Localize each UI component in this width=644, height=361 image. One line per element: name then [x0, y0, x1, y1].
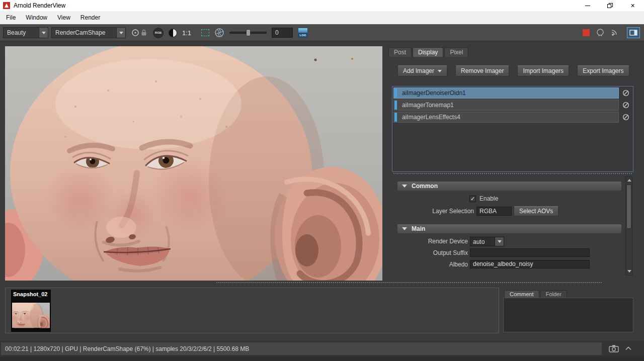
panel-toggle-button[interactable]	[627, 27, 640, 38]
imager-row[interactable]: aiImagerTonemap1	[393, 100, 632, 111]
output-suffix-field[interactable]	[470, 248, 590, 257]
imager-disable-toggle[interactable]	[620, 100, 632, 111]
list-splitter[interactable]	[393, 173, 632, 174]
restore-button[interactable]	[599, 0, 621, 11]
exposure-slider[interactable]	[229, 29, 267, 37]
imager-name: aiImagerDenoiserOidn1	[402, 89, 466, 97]
select-aovs-button[interactable]: Select AOVs	[514, 206, 558, 216]
render-device-label: Render Device	[397, 237, 468, 246]
imager-disable-toggle[interactable]	[620, 87, 632, 99]
panel-tab-bar: Post Display Pixel	[388, 47, 469, 57]
snapshot-label: Snapshot_02	[12, 290, 50, 297]
render-device-value: auto	[470, 237, 495, 246]
enable-checkbox[interactable]: ✓	[469, 196, 476, 202]
snapshot-camera-button[interactable]	[608, 344, 619, 353]
minimize-button[interactable]	[576, 0, 599, 11]
close-button[interactable]: ×	[621, 0, 644, 11]
snapshot-image	[12, 303, 50, 331]
scroll-up-icon[interactable]	[627, 179, 631, 182]
imager-row-main[interactable]: aiImagerDenoiserOidn1	[393, 87, 619, 99]
section-title: Main	[412, 225, 425, 232]
camera-select[interactable]: RenderCamShape	[51, 27, 126, 38]
imager-row-main[interactable]: aiImagerLensEffects4	[393, 112, 619, 123]
section-title: Common	[412, 183, 438, 190]
section-header-main[interactable]: Main	[397, 224, 621, 233]
menu-render[interactable]: Render	[75, 11, 105, 24]
add-imager-button[interactable]: Add Imager	[397, 65, 447, 76]
region-marquee-icon[interactable]	[201, 29, 209, 36]
export-imagers-button[interactable]: Export Imagers	[577, 65, 629, 76]
add-imager-label: Add Imager	[403, 67, 434, 74]
remove-imager-button[interactable]: Remove Imager	[455, 65, 509, 76]
tab-comment[interactable]: Comment	[504, 290, 539, 298]
tab-display[interactable]: Display	[413, 47, 443, 57]
accent-bar	[394, 113, 397, 122]
status-text: 00:02:21 | 1280x720 | GPU | RenderCamSha…	[1, 342, 602, 355]
aov-select-value: Beauty	[4, 28, 39, 38]
render-stop-button[interactable]	[583, 29, 590, 36]
disable-circle-icon	[622, 114, 629, 121]
zoom-ratio-button[interactable]: 1:1	[182, 29, 191, 37]
aov-select[interactable]: Beauty	[3, 27, 48, 38]
horizontal-splitter[interactable]	[216, 282, 602, 283]
aperture-icon[interactable]	[214, 28, 224, 38]
camera-select-value: RenderCamShape	[52, 28, 116, 38]
rendered-image	[5, 46, 382, 281]
imager-row-main[interactable]: aiImagerTonemap1	[393, 100, 619, 111]
close-icon: ×	[630, 2, 634, 9]
imager-name: aiImagerTonemap1	[402, 102, 454, 109]
restore-icon	[607, 3, 613, 8]
imager-list: aiImagerDenoiserOidn1 aiImagerTonemap1 a…	[392, 86, 633, 172]
layer-selection-field[interactable]: RGBA	[476, 207, 512, 216]
checkmark-icon: ✓	[470, 196, 475, 202]
render-device-select[interactable]: auto	[470, 237, 504, 246]
imager-actions: Add Imager Remove Imager Import Imagers …	[397, 65, 629, 76]
status-bar: 00:02:21 | 1280x720 | GPU | RenderCamSha…	[0, 341, 644, 356]
render-device-arrow[interactable]	[495, 237, 504, 246]
menu-bar: File Window View Render	[0, 11, 644, 24]
properties-scrollbar[interactable]	[625, 176, 632, 276]
snapshot-circle-icon[interactable]	[596, 28, 605, 37]
log-label: LOG	[298, 33, 307, 37]
camera-select-arrow[interactable]	[116, 28, 125, 38]
scroll-down-icon[interactable]	[627, 270, 631, 273]
rgb-channels-button[interactable]: RGB	[153, 28, 164, 38]
imager-row[interactable]: aiImagerLensEffects4	[393, 112, 632, 123]
snapshots-strip: Snapshot_02	[5, 288, 499, 333]
scrollbar-thumb[interactable]	[626, 185, 631, 229]
toolbar: Beauty RenderCamShape RGB 1:1 0 LOG	[0, 24, 644, 41]
render-viewport[interactable]	[5, 46, 382, 281]
chevron-down-icon	[42, 32, 46, 34]
tab-pixel[interactable]: Pixel	[444, 47, 468, 57]
panel-layout-icon	[629, 30, 637, 36]
log-view-transform-icon[interactable]: LOG	[298, 28, 308, 38]
menu-window[interactable]: Window	[21, 11, 52, 24]
window-bottom-strip	[0, 356, 644, 361]
statusbar-collapse-button[interactable]	[625, 345, 632, 352]
albedo-field[interactable]: denoise_albedo_noisy	[470, 260, 590, 268]
import-imagers-button[interactable]: Import Imagers	[517, 65, 569, 76]
target-display-icon[interactable]	[131, 28, 140, 37]
layer-selection-label: Layer Selection	[397, 207, 474, 216]
exposure-field[interactable]: 0	[272, 28, 293, 38]
notes-tab-bar: Comment Folder	[504, 290, 568, 298]
broadcast-icon[interactable]	[611, 28, 621, 37]
slider-thumb[interactable]	[246, 29, 251, 36]
log-thumbnail	[298, 28, 307, 33]
background-sphere-icon[interactable]	[169, 29, 177, 37]
albedo-label: Albedo	[397, 260, 468, 269]
aov-select-arrow[interactable]	[39, 28, 48, 38]
chevron-down-icon	[119, 32, 123, 34]
menu-view[interactable]: View	[52, 11, 75, 24]
menu-file[interactable]: File	[1, 11, 21, 24]
tab-folder[interactable]: Folder	[540, 290, 567, 298]
section-header-common[interactable]: Common	[397, 182, 621, 191]
snapshot-thumbnail[interactable]: Snapshot_02	[11, 290, 51, 332]
imager-row[interactable]: aiImagerDenoiserOidn1	[393, 87, 632, 99]
tab-post[interactable]: Post	[388, 47, 412, 57]
lock-icon[interactable]	[140, 29, 148, 37]
arnold-logo-icon	[3, 2, 10, 9]
imager-disable-toggle[interactable]	[620, 112, 632, 123]
comment-textarea[interactable]	[503, 298, 633, 332]
accent-bar	[394, 88, 397, 98]
